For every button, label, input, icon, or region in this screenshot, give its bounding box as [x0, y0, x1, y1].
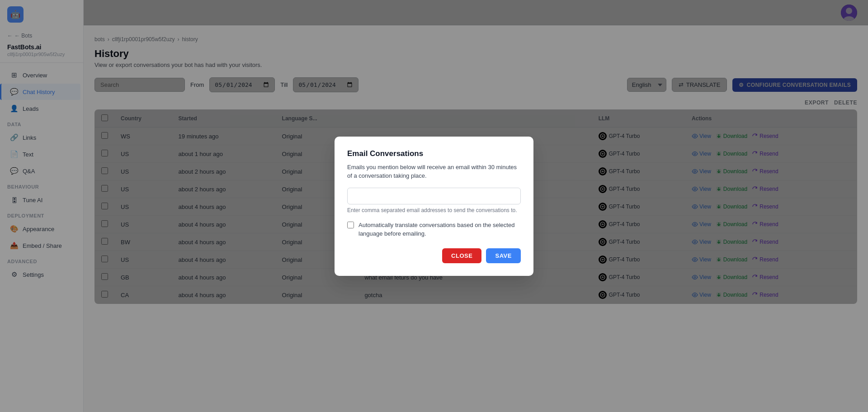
- modal-checkbox-row: Automatically translate conversations ba…: [347, 221, 521, 238]
- modal-hint: Enter comma separated email addresses to…: [347, 207, 521, 213]
- modal-save-button[interactable]: SAVE: [486, 248, 521, 263]
- email-conversations-modal: Email Conversations Emails you mention b…: [335, 137, 533, 276]
- modal-checkbox-label: Automatically translate conversations ba…: [359, 221, 521, 238]
- translate-checkbox[interactable]: [347, 222, 354, 228]
- modal-close-button[interactable]: CLOSE: [442, 248, 481, 263]
- modal-title: Email Conversations: [347, 149, 521, 158]
- modal-description: Emails you mention below will receive an…: [347, 163, 521, 180]
- modal-overlay: Email Conversations Emails you mention b…: [0, 0, 868, 412]
- modal-actions: CLOSE SAVE: [347, 248, 521, 263]
- email-input[interactable]: [347, 188, 521, 204]
